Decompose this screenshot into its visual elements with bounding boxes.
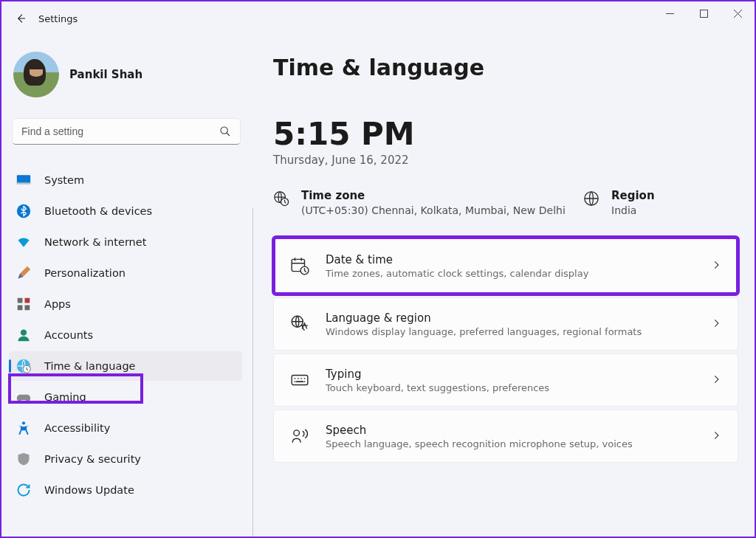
sidebar-scrollbar[interactable] — [252, 208, 253, 538]
card-title: Date & time — [326, 253, 695, 266]
sidebar: Pankil Shah System Bluetooth & devices — [1, 35, 252, 537]
titlebar: Settings — [1, 1, 755, 35]
language-region-icon — [290, 314, 309, 334]
card-title: Speech — [326, 424, 695, 437]
sidebar-item-label: Network & internet — [44, 236, 146, 248]
back-button[interactable] — [7, 5, 34, 32]
close-icon — [734, 10, 742, 18]
system-icon — [16, 173, 31, 187]
search-icon — [219, 125, 231, 137]
window-controls — [653, 1, 755, 25]
sidebar-item-privacy[interactable]: Privacy & security — [9, 444, 242, 474]
chevron-right-icon — [711, 373, 721, 387]
accessibility-icon — [16, 421, 31, 435]
sidebar-item-label: Accessibility — [44, 422, 110, 434]
speech-icon — [290, 427, 309, 446]
date-time-icon — [290, 256, 309, 275]
card-subtitle: Windows display language, preferred lang… — [326, 326, 695, 337]
svg-rect-20 — [292, 376, 308, 385]
chevron-right-icon — [711, 317, 721, 331]
region-block[interactable]: Region India — [583, 189, 655, 216]
sidebar-item-system[interactable]: System — [9, 165, 242, 195]
avatar — [13, 52, 59, 97]
card-title: Typing — [326, 368, 695, 381]
user-name: Pankil Shah — [69, 68, 142, 81]
sidebar-item-label: Time & language — [44, 360, 136, 372]
card-subtitle: Touch keyboard, text suggestions, prefer… — [326, 382, 695, 393]
svg-rect-3 — [17, 175, 30, 184]
timezone-icon — [273, 190, 289, 207]
chevron-right-icon — [711, 259, 721, 273]
sidebar-item-label: Bluetooth & devices — [44, 205, 152, 217]
svg-rect-4 — [17, 182, 30, 184]
svg-point-21 — [294, 430, 300, 436]
maximize-icon — [700, 10, 708, 18]
card-subtitle: Speech language, speech recognition micr… — [326, 438, 695, 449]
sidebar-item-accessibility[interactable]: Accessibility — [9, 413, 242, 443]
sidebar-item-label: Privacy & security — [44, 453, 141, 465]
card-title: Language & region — [326, 311, 695, 325]
svg-rect-8 — [18, 306, 23, 311]
sidebar-item-gaming[interactable]: Gaming — [9, 382, 242, 412]
chevron-right-icon — [711, 430, 721, 444]
svg-rect-7 — [25, 298, 30, 303]
wifi-icon — [16, 235, 31, 249]
gaming-icon — [16, 390, 31, 404]
sidebar-item-windows-update[interactable]: Windows Update — [9, 475, 242, 505]
svg-point-2 — [221, 127, 227, 134]
region-icon — [583, 190, 599, 207]
shield-icon — [16, 452, 31, 466]
minimize-button[interactable] — [653, 1, 687, 25]
card-date-time[interactable]: Date & time Time zones, automatic clock … — [273, 237, 738, 294]
timezone-label: Time zone — [301, 189, 566, 202]
info-row: Time zone (UTC+05:30) Chennai, Kolkata, … — [273, 189, 738, 216]
timezone-value: (UTC+05:30) Chennai, Kolkata, Mumbai, Ne… — [301, 204, 566, 216]
sidebar-item-label: Personalization — [44, 267, 126, 279]
accounts-icon — [16, 328, 31, 342]
sidebar-item-bluetooth[interactable]: Bluetooth & devices — [9, 196, 242, 226]
main-content: Time & language 5:15 PM Thursday, June 1… — [252, 35, 755, 537]
bluetooth-icon — [16, 204, 31, 218]
back-arrow-icon — [15, 13, 27, 24]
close-button[interactable] — [721, 1, 755, 25]
maximize-button[interactable] — [687, 1, 721, 25]
svg-point-13 — [22, 421, 25, 424]
sidebar-item-network[interactable]: Network & internet — [9, 227, 242, 257]
sidebar-item-apps[interactable]: Apps — [9, 289, 242, 319]
keyboard-icon — [290, 370, 309, 390]
clock-date: Thursday, June 16, 2022 — [273, 154, 738, 167]
svg-rect-1 — [700, 10, 707, 17]
sidebar-item-time-language[interactable]: Time & language — [9, 351, 242, 381]
sidebar-item-accounts[interactable]: Accounts — [9, 320, 242, 350]
windows-update-icon — [16, 483, 31, 497]
svg-rect-9 — [25, 306, 30, 311]
timezone-block[interactable]: Time zone (UTC+05:30) Chennai, Kolkata, … — [273, 189, 576, 216]
card-typing[interactable]: Typing Touch keyboard, text suggestions,… — [273, 354, 738, 407]
search-box[interactable] — [12, 118, 241, 145]
sidebar-nav: System Bluetooth & devices Network & int… — [9, 165, 242, 505]
settings-cards: Date & time Time zones, automatic clock … — [273, 237, 738, 463]
sidebar-item-label: Gaming — [44, 391, 86, 403]
card-subtitle: Time zones, automatic clock settings, ca… — [326, 268, 695, 279]
region-label: Region — [611, 189, 655, 202]
paintbrush-icon — [16, 266, 31, 280]
svg-point-10 — [21, 330, 27, 336]
clock-time: 5:15 PM — [273, 116, 738, 152]
minimize-icon — [666, 10, 674, 18]
card-speech[interactable]: Speech Speech language, speech recogniti… — [273, 410, 738, 463]
sidebar-item-label: System — [44, 174, 84, 186]
user-row[interactable]: Pankil Shah — [9, 35, 242, 118]
time-language-icon — [16, 359, 31, 373]
svg-rect-6 — [18, 298, 23, 303]
search-input[interactable] — [21, 125, 213, 137]
card-language-region[interactable]: Language & region Windows display langua… — [273, 297, 738, 351]
app-title: Settings — [38, 13, 78, 24]
sidebar-item-label: Apps — [44, 298, 71, 310]
sidebar-item-label: Accounts — [44, 329, 93, 341]
apps-icon — [16, 297, 31, 311]
sidebar-item-label: Windows Update — [44, 484, 134, 496]
sidebar-item-personalization[interactable]: Personalization — [9, 258, 242, 288]
region-value: India — [611, 204, 655, 216]
page-title: Time & language — [273, 55, 738, 80]
